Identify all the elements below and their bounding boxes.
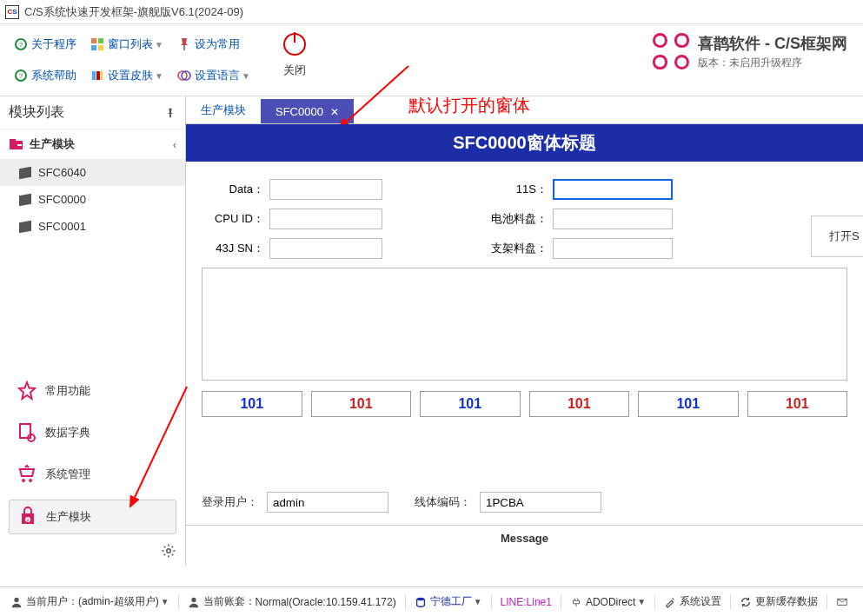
input-11s[interactable] (553, 179, 673, 200)
svg-rect-9 (92, 71, 96, 80)
windows-icon (90, 37, 104, 51)
tab-bar: 生产模块 SFC0000✕ (186, 96, 863, 124)
sidebar-group-production[interactable]: 生产模块 ‹ (0, 129, 185, 159)
label-sn: 43J SN： (202, 241, 269, 256)
cube-icon (19, 222, 31, 232)
cube-icon (19, 195, 31, 205)
caret-down-icon: ▼ (474, 597, 482, 606)
skin-button[interactable]: 设置皮肤▼ (83, 64, 170, 87)
svg-rect-6 (183, 45, 185, 50)
body: 模块列表 生产模块 ‹ SFC6040 SFC0000 SFC0001 常用功能… (0, 96, 863, 566)
input-sn[interactable] (269, 238, 382, 259)
status-sys-settings[interactable]: 系统设置 (659, 594, 727, 609)
cart-icon (16, 463, 38, 486)
tab-production[interactable]: 生产模块 (186, 96, 261, 123)
sys-mgmt-button[interactable]: 系统管理 (9, 458, 176, 491)
svg-rect-2 (91, 38, 96, 43)
login-row: 登录用户： 线体编码： (186, 480, 863, 525)
status-box: 101 (202, 391, 302, 417)
svg-point-22 (29, 479, 32, 482)
svg-point-26 (14, 597, 18, 601)
main: 生产模块 SFC0000✕ SFC0000窗体标题 Data： 11S： CPU… (186, 96, 863, 566)
open-s-button[interactable]: 打开S (811, 215, 863, 257)
status-factory[interactable]: 宁德工厂▼ (409, 594, 488, 609)
toolbar: ?关于程序 窗口列表▼ 设为常用 ?系统帮助 设置皮肤▼ 设置语言▼ 关闭 喜鹊… (0, 24, 863, 96)
page-banner: SFC0000窗体标题 (186, 124, 863, 162)
help-icon: ? (14, 69, 28, 83)
input-login-user[interactable] (267, 492, 388, 513)
plug-icon (570, 596, 582, 608)
document-icon (16, 421, 38, 444)
status-box: 101 (529, 391, 630, 417)
svg-rect-18 (17, 144, 22, 146)
close-button[interactable]: 关闭 (275, 33, 315, 78)
form: Data： 11S： CPU ID： 电池料盘： 43J SN： 支架料盘： (186, 162, 863, 259)
settings-icon[interactable] (161, 543, 176, 559)
sidebar-item-sfc0001[interactable]: SFC0001 (0, 213, 185, 240)
lang-icon (177, 69, 191, 83)
input-line-code[interactable] (480, 492, 601, 513)
window-title: C/S系统快速开发框架-旗舰版V6.1(2024-09) (24, 4, 243, 20)
window-titlebar: CS C/S系统快速开发框架-旗舰版V6.1(2024-09) (0, 0, 863, 24)
label-cpuid: CPU ID： (202, 211, 269, 227)
cube-icon (19, 168, 31, 178)
status-box: 101 (311, 391, 412, 417)
status-mail[interactable] (831, 596, 857, 608)
brand-title: 喜鹊软件 - C/S框架网 (698, 33, 847, 54)
status-box: 101 (420, 391, 521, 417)
label-login-user: 登录用户： (202, 494, 258, 510)
sidebar: 模块列表 生产模块 ‹ SFC6040 SFC0000 SFC0001 常用功能… (0, 96, 186, 566)
status-line[interactable]: LINE:Line1 (495, 596, 557, 608)
common-functions-button[interactable]: 常用功能 (9, 374, 176, 407)
svg-rect-3 (98, 38, 103, 43)
output-box (202, 268, 847, 381)
mail-icon (836, 596, 848, 608)
prod-module-button[interactable]: ¥生产模块 (9, 500, 176, 534)
set-common-button[interactable]: 设为常用 (170, 33, 247, 56)
toolbar-left: ?关于程序 窗口列表▼ 设为常用 ?系统帮助 设置皮肤▼ 设置语言▼ 关闭 (7, 33, 315, 87)
brand-subtitle: 版本：未启用升级程序 (698, 56, 847, 70)
status-box: 101 (638, 391, 739, 417)
sys-help-button[interactable]: ?系统帮助 (7, 64, 83, 87)
folder-icon (9, 138, 24, 150)
user-icon (188, 596, 200, 608)
svg-point-25 (167, 549, 171, 553)
about-button[interactable]: ?关于程序 (7, 33, 83, 56)
window-list-button[interactable]: 窗口列表▼ (83, 33, 170, 56)
label-11s: 11S： (478, 182, 553, 197)
caret-down-icon: ▼ (155, 40, 163, 50)
svg-point-28 (416, 597, 424, 600)
brand: 喜鹊软件 - C/S框架网 版本：未启用升级程序 (653, 33, 856, 87)
status-ado[interactable]: ADODirect▼ (565, 596, 651, 608)
star-icon (16, 380, 38, 402)
power-icon (283, 33, 306, 56)
sidebar-item-sfc6040[interactable]: SFC6040 (0, 159, 185, 186)
sidebar-title: 模块列表 (9, 103, 64, 122)
tab-content: SFC0000窗体标题 Data： 11S： CPU ID： 电池料盘： 43J… (186, 124, 863, 566)
input-data[interactable] (269, 179, 382, 200)
tab-sfc0000[interactable]: SFC0000✕ (261, 99, 354, 123)
svg-text:?: ? (19, 41, 23, 49)
pin-icon (177, 37, 191, 51)
refresh-icon (740, 596, 752, 608)
status-bar: 当前用户：(admin-超级用户)▼ 当前账套：Normal(Oracle:10… (0, 586, 863, 616)
user-icon (10, 596, 23, 608)
lang-button[interactable]: 设置语言▼ (170, 64, 257, 87)
status-box: 101 (747, 391, 848, 417)
brand-logo-icon (653, 33, 689, 70)
tab-close-icon[interactable]: ✕ (330, 106, 339, 118)
input-battery[interactable] (553, 209, 673, 229)
label-line-code: 线体编码： (415, 494, 471, 510)
svg-point-27 (191, 597, 196, 601)
svg-rect-4 (91, 45, 96, 50)
sidebar-item-sfc0000[interactable]: SFC0000 (0, 186, 185, 213)
unpin-icon[interactable] (164, 107, 176, 119)
data-dict-button[interactable]: 数据字典 (9, 416, 176, 449)
status-current-user[interactable]: 当前用户：(admin-超级用户)▼ (5, 594, 175, 609)
app-icon: CS (5, 5, 19, 19)
caret-down-icon: ▼ (155, 71, 163, 81)
input-bracket[interactable] (553, 238, 673, 259)
input-cpuid[interactable] (269, 209, 382, 229)
svg-rect-10 (96, 71, 100, 80)
status-refresh[interactable]: 更新缓存数据 (734, 594, 823, 609)
